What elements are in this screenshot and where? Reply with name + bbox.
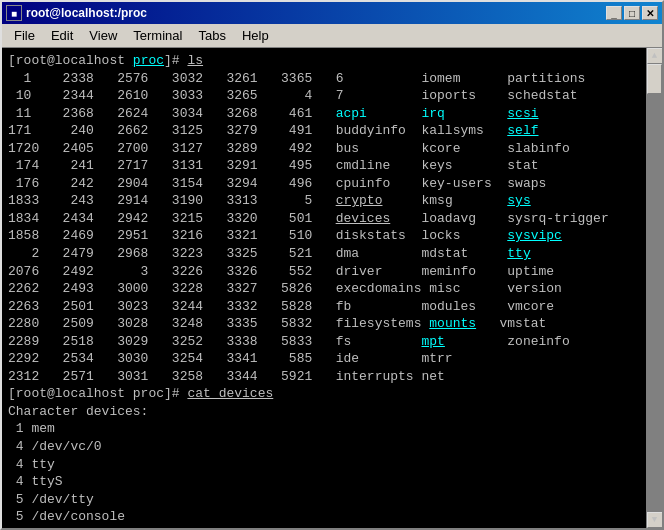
ls-line-9: 1834 2434 2942 3215 3320 501 devices loa… (8, 211, 609, 226)
window-title: root@localhost:/proc (26, 6, 147, 20)
terminal-window: ■ root@localhost:/proc _ □ ✕ File Edit V… (0, 0, 664, 530)
window-icon: ■ (6, 5, 22, 21)
scroll-down-button[interactable]: ▼ (647, 512, 663, 528)
scroll-up-button[interactable]: ▲ (647, 48, 663, 64)
ls-line-1: 1 2338 2576 3032 3261 3365 6 iomem parti… (8, 71, 585, 86)
terminal-content[interactable]: [root@localhost proc]# ls 1 2338 2576 30… (2, 48, 646, 528)
menu-view[interactable]: View (81, 26, 125, 45)
close-button[interactable]: ✕ (642, 6, 658, 20)
ls-line-10: 1858 2469 2951 3216 3321 510 diskstats l… (8, 228, 562, 243)
ls-line-2: 10 2344 2610 3033 3265 4 7 ioports sched… (8, 88, 578, 103)
char-5: 5 /dev/tty (8, 492, 94, 507)
maximize-button[interactable]: □ (624, 6, 640, 20)
menu-help[interactable]: Help (234, 26, 277, 45)
ls-line-15: 2280 2509 3028 3248 3335 5832 filesystem… (8, 316, 546, 331)
scrollbar[interactable]: ▲ ▼ (646, 48, 662, 528)
ls-line-3: 11 2368 2624 3034 3268 461 acpi irq scsi (8, 106, 539, 121)
ls-line-4: 171 240 2662 3125 3279 491 buddyinfo kal… (8, 123, 539, 138)
title-buttons: _ □ ✕ (606, 6, 658, 20)
minimize-button[interactable]: _ (606, 6, 622, 20)
char-2: 4 /dev/vc/0 (8, 439, 102, 454)
menu-terminal[interactable]: Terminal (125, 26, 190, 45)
ls-line-18: 2312 2571 3031 3258 3344 5921 interrupts… (8, 369, 445, 384)
menu-file[interactable]: File (6, 26, 43, 45)
char-4: 4 ttyS (8, 474, 63, 489)
prompt-ls: [root@localhost proc]# ls (8, 53, 203, 68)
ls-line-17: 2292 2534 3030 3254 3341 585 ide mtrr (8, 351, 453, 366)
ls-line-12: 2076 2492 3 3226 3326 552 driver meminfo… (8, 264, 554, 279)
ls-line-5: 1720 2405 2700 3127 3289 492 bus kcore s… (8, 141, 570, 156)
title-bar: ■ root@localhost:/proc _ □ ✕ (2, 2, 662, 24)
ls-line-8: 1833 243 2914 3190 3313 5 crypto kmsg sy… (8, 193, 531, 208)
menu-bar: File Edit View Terminal Tabs Help (2, 24, 662, 48)
ls-line-16: 2289 2518 3029 3252 3338 5833 fs mpt zon… (8, 334, 570, 349)
char-header: Character devices: (8, 404, 148, 419)
menu-tabs[interactable]: Tabs (190, 26, 233, 45)
prompt-cat: [root@localhost proc]# cat devices (8, 386, 273, 401)
ls-line-7: 176 242 2904 3154 3294 496 cpuinfo key-u… (8, 176, 546, 191)
char-7: 5 /dev/ptmx (8, 527, 102, 528)
ls-line-14: 2263 2501 3023 3244 3332 5828 fb modules… (8, 299, 554, 314)
ls-line-6: 174 241 2717 3131 3291 495 cmdline keys … (8, 158, 539, 173)
menu-edit[interactable]: Edit (43, 26, 81, 45)
char-6: 5 /dev/console (8, 509, 125, 524)
ls-line-11: 2 2479 2968 3223 3325 521 dma mdstat tty (8, 246, 531, 261)
terminal-area[interactable]: [root@localhost proc]# ls 1 2338 2576 30… (2, 48, 662, 528)
scroll-track[interactable] (647, 64, 662, 512)
char-1: 1 mem (8, 421, 55, 436)
char-3: 4 tty (8, 457, 55, 472)
scroll-thumb[interactable] (647, 64, 662, 94)
ls-line-13: 2262 2493 3000 3228 3327 5826 execdomain… (8, 281, 562, 296)
title-bar-left: ■ root@localhost:/proc (6, 5, 147, 21)
